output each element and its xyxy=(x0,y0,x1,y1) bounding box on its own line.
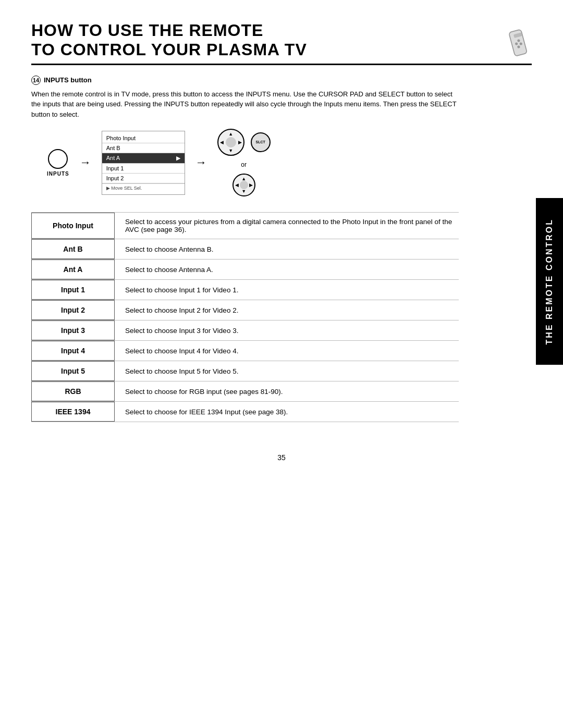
input-row: Input 5Select to choose Input 5 for Vide… xyxy=(31,361,459,381)
input-label-9: IEEE 1394 xyxy=(31,402,115,422)
input-desc-3: Select to choose Input 1 for Video 1. xyxy=(125,280,459,300)
page-container: HOW TO USE THE REMOTE TO CONTROL YOUR PL… xyxy=(0,0,563,493)
input-label-6: Input 4 xyxy=(31,341,115,361)
arrow-2: → xyxy=(195,157,207,168)
right-arrow: ▶ xyxy=(238,140,242,145)
inputs-button-diagram: INPUTS xyxy=(47,149,69,177)
cursor-pad-2-inner xyxy=(240,181,248,189)
input-row: Input 1Select to choose Input 1 for Vide… xyxy=(31,280,459,300)
menu-item-input2: Input 2 xyxy=(102,174,185,183)
input-desc-8: Select to choose for RGB input (see page… xyxy=(125,381,459,401)
cursor-pad-inner xyxy=(226,137,236,147)
input-label-3: Input 1 xyxy=(31,280,115,300)
input-label-2: Ant A xyxy=(31,260,115,279)
section-description: When the remote control is in TV mode, p… xyxy=(31,89,459,120)
input-label-1: Ant B xyxy=(31,239,115,259)
down-arrow-2: ▼ xyxy=(241,189,246,194)
input-label-5: Input 3 xyxy=(31,320,115,340)
input-label-8: RGB xyxy=(31,381,115,401)
input-label-0: Photo Input xyxy=(31,213,115,239)
up-arrow: ▲ xyxy=(228,131,233,137)
input-desc-2: Select to choose Antenna A. xyxy=(125,260,459,279)
input-row: IEEE 1394Select to choose for IEEE 1394 … xyxy=(31,402,459,422)
left-arrow-2: ◀ xyxy=(235,182,239,188)
remote-icon xyxy=(506,28,532,59)
right-arrow-2: ▶ xyxy=(249,182,253,188)
page-title: HOW TO USE THE REMOTE TO CONTROL YOUR PL… xyxy=(31,21,307,59)
input-desc-7: Select to choose Input 5 for Video 5. xyxy=(125,361,459,381)
input-row: RGBSelect to choose for RGB input (see p… xyxy=(31,381,459,402)
diagram-right: ▲ ▼ ◀ ▶ SLCT or ▲ ▼ ◀ xyxy=(217,129,271,196)
input-label-7: Input 5 xyxy=(31,361,115,381)
cursor-pad-outer: ▲ ▼ ◀ ▶ xyxy=(217,129,244,156)
cursor-pad-2-diagram: ▲ ▼ ◀ ▶ xyxy=(232,174,255,196)
input-desc-4: Select to choose Input 2 for Video 2. xyxy=(125,300,459,320)
input-desc-1: Select to choose Antenna B. xyxy=(125,239,459,259)
select-label: SLCT xyxy=(256,140,265,144)
input-label-4: Input 2 xyxy=(31,300,115,320)
diagram-area: INPUTS → Photo Input Ant B Ant A▶ Input … xyxy=(31,129,532,196)
up-arrow-2: ▲ xyxy=(241,176,246,181)
menu-box: Photo Input Ant B Ant A▶ Input 1 Input 2… xyxy=(102,131,185,195)
input-row: Input 4Select to choose Input 4 for Vide… xyxy=(31,341,459,361)
input-row: Photo InputSelect to access your picture… xyxy=(31,212,459,239)
input-row: Input 3Select to choose Input 3 for Vide… xyxy=(31,320,459,341)
menu-item-photo: Photo Input xyxy=(102,133,185,143)
menu-item-anta-selected: Ant A▶ xyxy=(102,153,185,164)
arrow-1: → xyxy=(80,157,91,168)
input-row: Input 2Select to choose Input 2 for Vide… xyxy=(31,300,459,320)
side-tab: THE REMOTE CONTROL xyxy=(536,198,563,365)
or-label: or xyxy=(241,161,247,168)
input-row: Ant ASelect to choose Antenna A. xyxy=(31,260,459,280)
input-desc-0: Select to access your pictures from a di… xyxy=(125,213,459,239)
inputs-table: Photo InputSelect to access your picture… xyxy=(31,212,459,422)
left-arrow: ◀ xyxy=(220,140,224,145)
down-arrow: ▼ xyxy=(228,148,233,153)
svg-rect-0 xyxy=(509,29,527,56)
input-row: Ant BSelect to choose Antenna B. xyxy=(31,239,459,260)
section-number: 14 xyxy=(31,76,41,85)
input-desc-9: Select to choose for IEEE 1394 Input (se… xyxy=(125,402,459,422)
inputs-label: INPUTS xyxy=(47,171,69,177)
select-button-diagram: SLCT xyxy=(251,132,271,152)
menu-item-antb: Ant B xyxy=(102,143,185,153)
input-desc-5: Select to choose Input 3 for Video 3. xyxy=(125,320,459,340)
cursor-pad-2-outer: ▲ ▼ ◀ ▶ xyxy=(232,174,255,196)
section-heading-text: INPUTS button xyxy=(44,76,92,84)
cursor-pad-diagram: ▲ ▼ ◀ ▶ xyxy=(217,129,244,156)
section-heading: 14 INPUTS button xyxy=(31,76,532,85)
input-desc-6: Select to choose Input 4 for Video 4. xyxy=(125,341,459,361)
inputs-circle xyxy=(48,149,68,169)
page-number: 35 xyxy=(31,453,532,462)
menu-footer: ▶ Move SEL Sel. xyxy=(102,183,185,192)
page-header: HOW TO USE THE REMOTE TO CONTROL YOUR PL… xyxy=(31,21,532,65)
side-tab-text: THE REMOTE CONTROL xyxy=(545,218,554,344)
menu-item-input1: Input 1 xyxy=(102,164,185,174)
